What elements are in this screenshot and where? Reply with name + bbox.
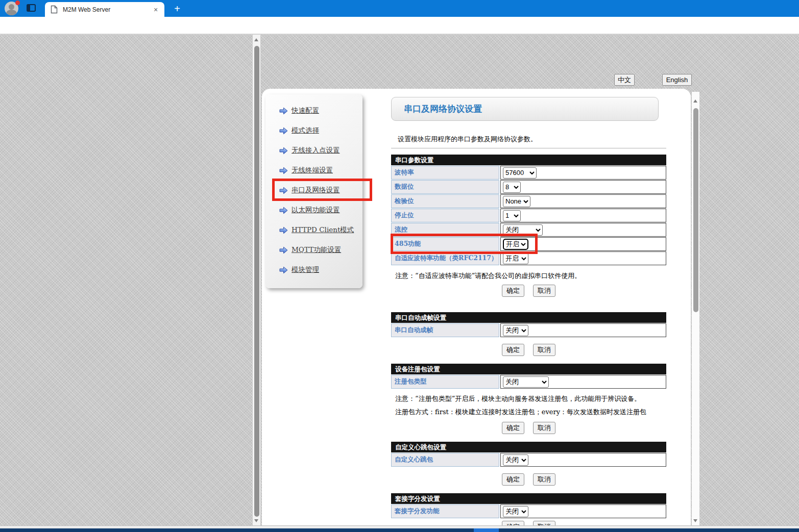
row-select[interactable]: 1 — [503, 210, 521, 221]
row-value-cell: 关闭 — [500, 504, 666, 518]
table-row: 自定义心跳包关闭 — [391, 453, 666, 467]
sidebar-item-label: 模式选择 — [292, 126, 319, 135]
section-header: 串口自动成帧设置 — [391, 312, 666, 323]
sidebar-item-8[interactable]: MQTT功能设置 — [279, 244, 362, 256]
cancel-button[interactable]: 取消 — [533, 521, 555, 525]
document-icon — [51, 5, 58, 14]
scroll-down-icon[interactable] — [254, 519, 258, 522]
settings-section: 设备注册包设置注册包类型关闭 — [391, 364, 666, 389]
sidebar-item-label: 快速配置 — [292, 106, 319, 115]
button-row: 确定取消 — [391, 521, 666, 525]
scrollbar-thumb[interactable] — [693, 108, 698, 312]
row-label-cell: 波特率 — [391, 166, 499, 180]
cancel-button[interactable]: 取消 — [533, 422, 555, 434]
highlight-box-485 — [391, 234, 538, 254]
sidebar-item-label: 无线接入点设置 — [292, 146, 340, 155]
browser-toolbar: 不安全 10.10.100.254 /home.html — [0, 17, 799, 34]
button-row: 确定取消 — [391, 422, 666, 434]
sidebar-item-1[interactable]: 快速配置 — [279, 105, 362, 116]
cancel-button[interactable]: 取消 — [533, 285, 555, 297]
table-row: 串口自动成帧关闭 — [391, 323, 666, 337]
browser-titlebar: M2M Web Server × + — [0, 0, 799, 17]
row-label: 套接字分发功能 — [395, 507, 440, 516]
section-note: 注意：“注册包类型”开启后，模块主动向服务器发送注册包，此功能用于辨识设备。 — [395, 394, 641, 403]
ok-button[interactable]: 确定 — [502, 344, 524, 356]
scroll-up-icon[interactable] — [693, 99, 697, 103]
page-title-box: 串口及网络协议设置 — [391, 97, 659, 121]
row-label: 串口自动成帧 — [395, 326, 433, 335]
page-title: 串口及网络协议设置 — [404, 103, 482, 115]
row-select[interactable]: None — [503, 196, 530, 207]
row-label-cell: 停止位 — [391, 209, 499, 222]
blue-arrow-icon — [279, 127, 288, 135]
new-tab-button[interactable]: + — [172, 4, 183, 15]
blue-arrow-icon — [279, 147, 288, 155]
lang-chinese-button[interactable]: 中文 — [614, 74, 635, 86]
button-row: 确定取消 — [391, 285, 666, 297]
section-header: 自定义心跳包设置 — [391, 442, 666, 452]
notification-dot — [15, 1, 20, 5]
table-row: 检验位None — [391, 194, 666, 208]
row-value-cell: 8 — [500, 180, 666, 194]
page-background: 中文 English 快速配置模式选择无线接入点设置无线终端设置串口及网络设置以… — [0, 35, 799, 525]
blue-arrow-icon — [279, 226, 288, 234]
table-row: 波特率57600 — [391, 166, 666, 180]
blue-arrow-icon — [279, 207, 288, 214]
sidebar-item-label: HTTPD Client模式 — [292, 225, 354, 235]
sidebar-item-9[interactable]: 模块管理 — [279, 264, 362, 275]
row-label-cell: 串口自动成帧 — [391, 323, 499, 337]
lang-english-button[interactable]: English — [662, 74, 692, 86]
row-select[interactable]: 关闭 — [503, 506, 528, 517]
table-row: 数据位8 — [391, 180, 666, 194]
row-select[interactable]: 开启 — [503, 253, 528, 264]
scroll-up-icon[interactable] — [254, 38, 258, 41]
scroll-down-icon[interactable] — [693, 519, 697, 522]
section-header: 设备注册包设置 — [391, 364, 666, 374]
cancel-button[interactable]: 取消 — [533, 473, 555, 486]
tab-close-icon[interactable]: × — [151, 5, 160, 14]
bottom-bar-segment — [474, 528, 499, 532]
ok-button[interactable]: 确定 — [502, 473, 524, 486]
highlight-box-menu — [272, 179, 372, 201]
bottom-bar — [0, 528, 799, 532]
table-row: 注册包类型关闭 — [391, 375, 666, 389]
row-select[interactable]: 关闭 — [503, 454, 528, 466]
sidebar-item-7[interactable]: HTTPD Client模式 — [279, 224, 362, 236]
blue-arrow-icon — [279, 167, 288, 174]
tab-title: M2M Web Server — [63, 6, 151, 13]
row-select[interactable]: 关闭 — [503, 325, 528, 336]
row-select[interactable]: 57600 — [503, 167, 537, 179]
section-note: 注册包方式：first：模块建立连接时发送注册包；every：每次发送数据时发送… — [395, 408, 646, 417]
sidebar-item-2[interactable]: 模式选择 — [279, 125, 362, 136]
settings-section: 套接字分发设置套接字分发功能关闭 — [391, 493, 666, 518]
row-value-cell: 关闭 — [500, 453, 666, 467]
row-label: 波特率 — [395, 168, 414, 177]
left-frame-scrollbar[interactable] — [253, 35, 260, 525]
section-header: 串口参数设置 — [391, 155, 666, 165]
blue-arrow-icon — [279, 107, 288, 115]
cancel-button[interactable]: 取消 — [533, 344, 555, 356]
ok-button[interactable]: 确定 — [502, 285, 524, 297]
row-label: 注册包类型 — [395, 377, 427, 386]
row-label-cell: 数据位 — [391, 180, 499, 194]
content-scrollbar[interactable] — [692, 92, 699, 525]
row-select[interactable]: 关闭 — [503, 376, 549, 388]
sidebar-item-4[interactable]: 无线终端设置 — [279, 165, 362, 176]
row-select[interactable]: 8 — [503, 182, 521, 193]
sidebar-item-3[interactable]: 无线接入点设置 — [279, 145, 362, 156]
row-label-cell: 自定义心跳包 — [391, 453, 499, 467]
tab-actions-icon[interactable] — [27, 4, 36, 12]
row-label-cell: 套接字分发功能 — [391, 504, 499, 518]
avatar-head — [9, 4, 14, 10]
ok-button[interactable]: 确定 — [502, 422, 524, 434]
blue-arrow-icon — [279, 266, 288, 274]
ok-button[interactable]: 确定 — [502, 521, 524, 525]
row-label: 自定义心跳包 — [395, 455, 433, 464]
browser-tab[interactable]: M2M Web Server × — [45, 2, 164, 17]
row-label-cell: 注册包类型 — [391, 375, 499, 389]
sidebar-item-6[interactable]: 以太网功能设置 — [279, 205, 362, 216]
table-row: 套接字分发功能关闭 — [391, 504, 666, 518]
scrollbar-thumb[interactable] — [254, 46, 259, 517]
row-value-cell: 关闭 — [500, 323, 666, 337]
row-value-cell: 关闭 — [500, 375, 666, 389]
